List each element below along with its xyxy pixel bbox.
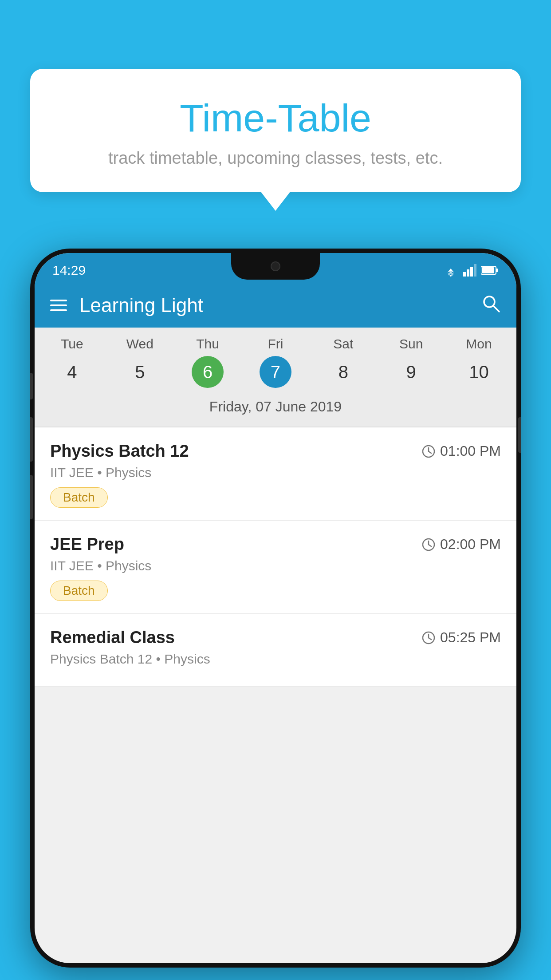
day-number[interactable]: 9 [395,356,427,388]
silent-button [30,475,33,519]
day-col-wed[interactable]: Wed5 [111,336,169,388]
search-button[interactable] [480,293,501,318]
day-label: Sat [333,336,353,352]
schedule-item-title: JEE Prep [50,535,124,554]
day-label: Tue [61,336,83,352]
schedule-item-title: Physics Batch 12 [50,442,189,461]
svg-rect-1 [463,272,466,277]
hamburger-menu-button[interactable] [50,300,67,311]
schedule-item-time: 01:00 PM [421,443,501,459]
volume-up-button [30,373,33,399]
app-bar: Learning Light [35,283,516,328]
batch-badge: Batch [50,487,108,508]
status-time: 14:29 [52,263,86,278]
day-label: Mon [466,336,492,352]
schedule-item-subtitle: IIT JEE • Physics [50,558,501,573]
svg-rect-3 [470,267,473,277]
signal-icon [463,264,476,277]
schedule-item-time: 05:25 PM [421,629,501,646]
schedule-item-subtitle: Physics Batch 12 • Physics [50,652,501,667]
schedule-item[interactable]: JEE Prep 02:00 PM IIT JEE • Physics Batc… [35,521,516,614]
power-button [518,417,521,453]
schedule-list: Physics Batch 12 01:00 PM IIT JEE • Phys… [35,427,516,687]
wifi-icon [443,264,459,277]
phone-screen: 14:29 [35,253,516,963]
notch [231,253,320,280]
volume-down-button [30,417,33,462]
tooltip-card: Time-Table track timetable, upcoming cla… [30,69,521,192]
svg-line-18 [429,638,431,640]
day-col-mon[interactable]: Mon10 [450,336,508,388]
day-col-thu[interactable]: Thu6 [179,336,236,388]
svg-rect-7 [482,267,494,273]
day-col-sat[interactable]: Sat8 [315,336,372,388]
tooltip-subtitle: track timetable, upcoming classes, tests… [52,149,499,168]
day-number[interactable]: 10 [463,356,495,388]
schedule-item[interactable]: Physics Batch 12 01:00 PM IIT JEE • Phys… [35,427,516,521]
day-number[interactable]: 6 [192,356,224,388]
selected-date-label: Friday, 07 June 2019 [35,393,516,422]
battery-icon [481,265,499,275]
day-number[interactable]: 7 [260,356,291,388]
day-number[interactable]: 5 [124,356,156,388]
schedule-item-time: 02:00 PM [421,536,501,553]
schedule-item-title: Remedial Class [50,628,175,647]
schedule-item-subtitle: IIT JEE • Physics [50,465,501,480]
svg-rect-2 [467,269,469,277]
day-label: Wed [126,336,153,352]
svg-rect-4 [474,264,476,277]
svg-line-12 [429,451,431,453]
phone-shell: 14:29 [30,249,521,968]
day-number[interactable]: 8 [327,356,359,388]
schedule-item-header: Remedial Class 05:25 PM [50,628,501,647]
day-label: Sun [399,336,423,352]
app-title: Learning Light [79,294,468,316]
status-icons [443,264,499,277]
clock-icon [421,537,436,552]
tooltip-title: Time-Table [52,95,499,141]
day-number[interactable]: 4 [56,356,88,388]
week-days-row: Tue4Wed5Thu6Fri7Sat8Sun9Mon10 [35,336,516,388]
clock-icon [421,631,436,645]
svg-line-9 [493,306,499,312]
day-label: Thu [196,336,219,352]
batch-badge: Batch [50,581,108,601]
svg-rect-6 [496,269,498,272]
day-label: Fri [268,336,283,352]
schedule-item-header: Physics Batch 12 01:00 PM [50,442,501,461]
day-col-fri[interactable]: Fri7 [247,336,304,388]
day-col-tue[interactable]: Tue4 [43,336,101,388]
camera-dot [271,261,280,271]
day-col-sun[interactable]: Sun9 [382,336,440,388]
svg-line-15 [429,545,431,546]
svg-point-0 [450,275,452,277]
schedule-item-header: JEE Prep 02:00 PM [50,535,501,554]
clock-icon [421,444,436,458]
schedule-item[interactable]: Remedial Class 05:25 PM Physics Batch 12… [35,614,516,687]
calendar-section: Tue4Wed5Thu6Fri7Sat8Sun9Mon10 Friday, 07… [35,328,516,427]
